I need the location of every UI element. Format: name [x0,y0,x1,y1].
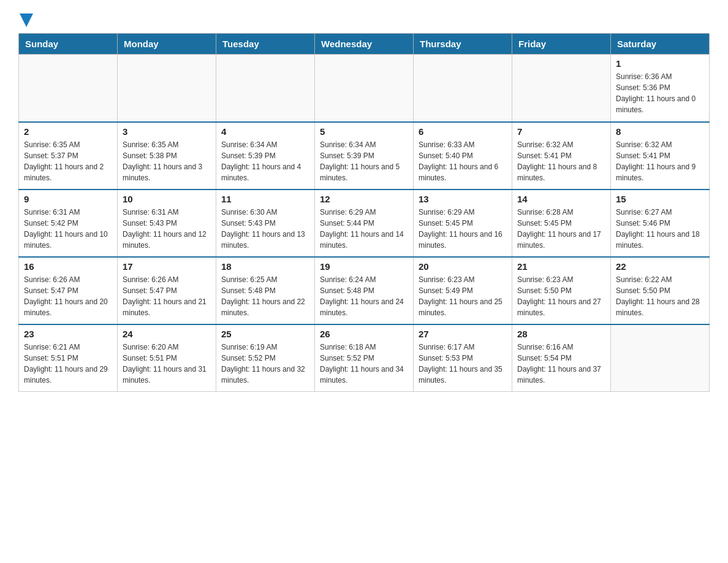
weekday-header: Saturday [611,34,710,55]
day-info: Sunrise: 6:19 AMSunset: 5:52 PMDaylight:… [221,342,309,386]
day-number: 4 [221,126,309,137]
day-number: 2 [24,126,112,137]
calendar-cell: 26Sunrise: 6:18 AMSunset: 5:52 PMDayligh… [315,324,414,392]
day-info: Sunrise: 6:27 AMSunset: 5:46 PMDaylight:… [616,207,704,251]
calendar-cell: 8Sunrise: 6:32 AMSunset: 5:41 PMDaylight… [611,122,710,190]
day-number: 28 [517,329,605,339]
day-info: Sunrise: 6:36 AMSunset: 5:36 PMDaylight:… [616,71,704,115]
calendar-cell: 5Sunrise: 6:34 AMSunset: 5:39 PMDaylight… [315,122,414,190]
day-number: 14 [517,194,605,204]
calendar-cell: 16Sunrise: 6:26 AMSunset: 5:47 PMDayligh… [19,257,118,324]
day-info: Sunrise: 6:22 AMSunset: 5:50 PMDaylight:… [616,274,704,318]
day-info: Sunrise: 6:23 AMSunset: 5:50 PMDaylight:… [517,274,605,318]
calendar-cell [611,324,710,392]
logo [18,12,33,27]
day-number: 26 [320,329,408,339]
day-number: 17 [123,261,211,272]
calendar-cell: 18Sunrise: 6:25 AMSunset: 5:48 PMDayligh… [216,257,315,324]
calendar-cell: 20Sunrise: 6:23 AMSunset: 5:49 PMDayligh… [414,257,512,324]
weekday-header: Sunday [19,34,118,55]
calendar-cell: 25Sunrise: 6:19 AMSunset: 5:52 PMDayligh… [216,324,315,392]
logo-block [18,12,33,27]
day-number: 15 [616,194,704,204]
day-number: 24 [123,329,211,339]
calendar-cell [512,55,611,122]
svg-marker-0 [20,13,33,27]
calendar-week-row: 9Sunrise: 6:31 AMSunset: 5:42 PMDaylight… [19,190,710,257]
calendar-table: SundayMondayTuesdayWednesdayThursdayFrid… [18,33,710,392]
calendar-cell [315,55,414,122]
day-info: Sunrise: 6:29 AMSunset: 5:44 PMDaylight:… [320,207,408,251]
day-info: Sunrise: 6:31 AMSunset: 5:42 PMDaylight:… [24,207,112,251]
calendar-cell: 7Sunrise: 6:32 AMSunset: 5:41 PMDaylight… [512,122,611,190]
calendar-cell: 1Sunrise: 6:36 AMSunset: 5:36 PMDaylight… [611,55,710,122]
day-info: Sunrise: 6:26 AMSunset: 5:47 PMDaylight:… [24,274,112,318]
calendar-cell: 28Sunrise: 6:16 AMSunset: 5:54 PMDayligh… [512,324,611,392]
calendar-cell: 21Sunrise: 6:23 AMSunset: 5:50 PMDayligh… [512,257,611,324]
day-number: 3 [123,126,211,137]
day-info: Sunrise: 6:32 AMSunset: 5:41 PMDaylight:… [517,139,605,183]
calendar-cell: 17Sunrise: 6:26 AMSunset: 5:47 PMDayligh… [118,257,216,324]
day-info: Sunrise: 6:18 AMSunset: 5:52 PMDaylight:… [320,342,408,386]
day-number: 22 [616,261,704,272]
day-info: Sunrise: 6:35 AMSunset: 5:37 PMDaylight:… [24,139,112,183]
day-number: 9 [24,194,112,204]
day-info: Sunrise: 6:31 AMSunset: 5:43 PMDaylight:… [123,207,211,251]
day-info: Sunrise: 6:16 AMSunset: 5:54 PMDaylight:… [517,342,605,386]
day-info: Sunrise: 6:28 AMSunset: 5:45 PMDaylight:… [517,207,605,251]
day-number: 19 [320,261,408,272]
day-info: Sunrise: 6:21 AMSunset: 5:51 PMDaylight:… [24,342,112,386]
day-number: 7 [517,126,605,137]
calendar-cell: 3Sunrise: 6:35 AMSunset: 5:38 PMDaylight… [118,122,216,190]
logo-triangle-icon [20,13,33,27]
calendar-cell: 15Sunrise: 6:27 AMSunset: 5:46 PMDayligh… [611,190,710,257]
day-number: 16 [24,261,112,272]
day-info: Sunrise: 6:29 AMSunset: 5:45 PMDaylight:… [419,207,507,251]
day-number: 6 [419,126,507,137]
day-number: 5 [320,126,408,137]
calendar-cell: 24Sunrise: 6:20 AMSunset: 5:51 PMDayligh… [118,324,216,392]
calendar-cell: 23Sunrise: 6:21 AMSunset: 5:51 PMDayligh… [19,324,118,392]
day-info: Sunrise: 6:34 AMSunset: 5:39 PMDaylight:… [221,139,309,183]
day-info: Sunrise: 6:30 AMSunset: 5:43 PMDaylight:… [221,207,309,251]
day-number: 12 [320,194,408,204]
weekday-header: Wednesday [315,34,414,55]
weekday-header: Friday [512,34,611,55]
weekday-header: Tuesday [216,34,315,55]
weekday-header: Monday [118,34,216,55]
calendar-cell: 19Sunrise: 6:24 AMSunset: 5:48 PMDayligh… [315,257,414,324]
calendar-cell: 11Sunrise: 6:30 AMSunset: 5:43 PMDayligh… [216,190,315,257]
day-number: 13 [419,194,507,204]
day-number: 8 [616,126,704,137]
calendar-cell: 22Sunrise: 6:22 AMSunset: 5:50 PMDayligh… [611,257,710,324]
day-info: Sunrise: 6:35 AMSunset: 5:38 PMDaylight:… [123,139,211,183]
day-number: 10 [123,194,211,204]
weekday-header: Thursday [414,34,512,55]
day-info: Sunrise: 6:33 AMSunset: 5:40 PMDaylight:… [419,139,507,183]
calendar-cell: 10Sunrise: 6:31 AMSunset: 5:43 PMDayligh… [118,190,216,257]
day-info: Sunrise: 6:26 AMSunset: 5:47 PMDaylight:… [123,274,211,318]
calendar-cell [414,55,512,122]
calendar-cell: 14Sunrise: 6:28 AMSunset: 5:45 PMDayligh… [512,190,611,257]
day-info: Sunrise: 6:24 AMSunset: 5:48 PMDaylight:… [320,274,408,318]
day-info: Sunrise: 6:34 AMSunset: 5:39 PMDaylight:… [320,139,408,183]
day-number: 18 [221,261,309,272]
calendar-week-row: 2Sunrise: 6:35 AMSunset: 5:37 PMDaylight… [19,122,710,190]
logo-row1 [18,12,33,27]
calendar-cell [216,55,315,122]
day-number: 21 [517,261,605,272]
calendar-cell: 4Sunrise: 6:34 AMSunset: 5:39 PMDaylight… [216,122,315,190]
day-number: 25 [221,329,309,339]
day-number: 27 [419,329,507,339]
calendar-cell: 2Sunrise: 6:35 AMSunset: 5:37 PMDaylight… [19,122,118,190]
day-info: Sunrise: 6:20 AMSunset: 5:51 PMDaylight:… [123,342,211,386]
day-number: 20 [419,261,507,272]
calendar-header-row: SundayMondayTuesdayWednesdayThursdayFrid… [19,34,710,55]
day-info: Sunrise: 6:23 AMSunset: 5:49 PMDaylight:… [419,274,507,318]
day-info: Sunrise: 6:17 AMSunset: 5:53 PMDaylight:… [419,342,507,386]
calendar-week-row: 16Sunrise: 6:26 AMSunset: 5:47 PMDayligh… [19,257,710,324]
calendar-cell: 6Sunrise: 6:33 AMSunset: 5:40 PMDaylight… [414,122,512,190]
page-header [18,12,710,27]
day-number: 1 [616,58,704,69]
calendar-cell [19,55,118,122]
